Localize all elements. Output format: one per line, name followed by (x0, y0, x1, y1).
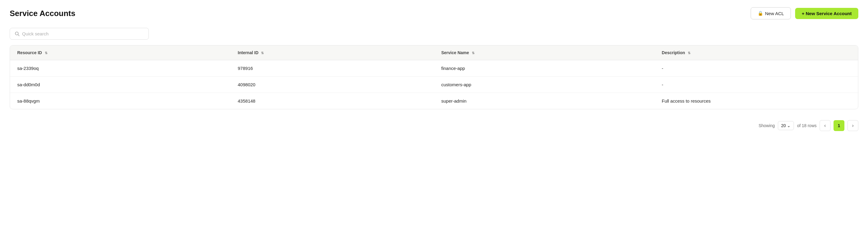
showing-label: Showing (758, 123, 775, 128)
table-header-row: Resource ID ⇅ Internal ID ⇅ Service Name… (10, 46, 858, 60)
table-body: sa-2339oq 978916 finance-app - sa-dd0m0d… (10, 60, 858, 109)
sort-icon-description: ⇅ (688, 51, 690, 55)
new-service-account-button[interactable]: + New Service Account (795, 8, 858, 19)
service-accounts-table: Resource ID ⇅ Internal ID ⇅ Service Name… (10, 46, 858, 109)
new-acl-button[interactable]: 🔒 New ACL (751, 7, 791, 19)
new-service-account-label: + New Service Account (802, 11, 852, 16)
search-row (10, 28, 858, 40)
col-header-description[interactable]: Description ⇅ (654, 46, 858, 60)
search-input[interactable] (22, 31, 144, 36)
pagination-prev-button[interactable]: ‹ (819, 120, 831, 131)
pagination-row: Showing 20 ⌄ of 18 rows ‹ 1 › (10, 118, 858, 134)
cell-description-0: - (654, 60, 858, 77)
chevron-down-icon: ⌄ (787, 123, 790, 128)
new-acl-label: New ACL (765, 11, 784, 16)
table-row[interactable]: sa-dd0m0d 4098020 customers-app - (10, 77, 858, 93)
table-row[interactable]: sa-88qvgm 4358148 super-admin Full acces… (10, 93, 858, 109)
per-page-value: 20 (781, 123, 786, 128)
table-head: Resource ID ⇅ Internal ID ⇅ Service Name… (10, 46, 858, 60)
search-container (10, 28, 149, 40)
pagination-next-button[interactable]: › (847, 120, 858, 131)
header-row: Service Accounts 🔒 New ACL + New Service… (10, 7, 858, 19)
cell-service-name-2: super-admin (434, 93, 654, 109)
svg-line-1 (18, 34, 19, 36)
col-header-resource-id[interactable]: Resource ID ⇅ (10, 46, 230, 60)
sort-icon-internal: ⇅ (261, 51, 264, 55)
cell-service-name-1: customers-app (434, 77, 654, 93)
cell-internal-id-2: 4358148 (230, 93, 434, 109)
header-buttons: 🔒 New ACL + New Service Account (751, 7, 858, 19)
cell-description-1: - (654, 77, 858, 93)
of-rows-label: of 18 rows (797, 123, 816, 128)
per-page-select[interactable]: 20 ⌄ (778, 121, 794, 130)
sort-icon-resource: ⇅ (45, 51, 48, 55)
table-row[interactable]: sa-2339oq 978916 finance-app - (10, 60, 858, 77)
cell-resource-id-0: sa-2339oq (10, 60, 230, 77)
search-icon (15, 31, 20, 36)
col-header-internal-id[interactable]: Internal ID ⇅ (230, 46, 434, 60)
cell-resource-id-1: sa-dd0m0d (10, 77, 230, 93)
lock-icon: 🔒 (757, 10, 763, 16)
cell-service-name-0: finance-app (434, 60, 654, 77)
sort-icon-service: ⇅ (472, 51, 474, 55)
page-title: Service Accounts (10, 9, 75, 18)
table-container: Resource ID ⇅ Internal ID ⇅ Service Name… (10, 45, 858, 109)
cell-resource-id-2: sa-88qvgm (10, 93, 230, 109)
cell-internal-id-0: 978916 (230, 60, 434, 77)
cell-internal-id-1: 4098020 (230, 77, 434, 93)
pagination-current-page[interactable]: 1 (834, 120, 844, 131)
cell-description-2: Full access to resources (654, 93, 858, 109)
col-header-service-name[interactable]: Service Name ⇅ (434, 46, 654, 60)
